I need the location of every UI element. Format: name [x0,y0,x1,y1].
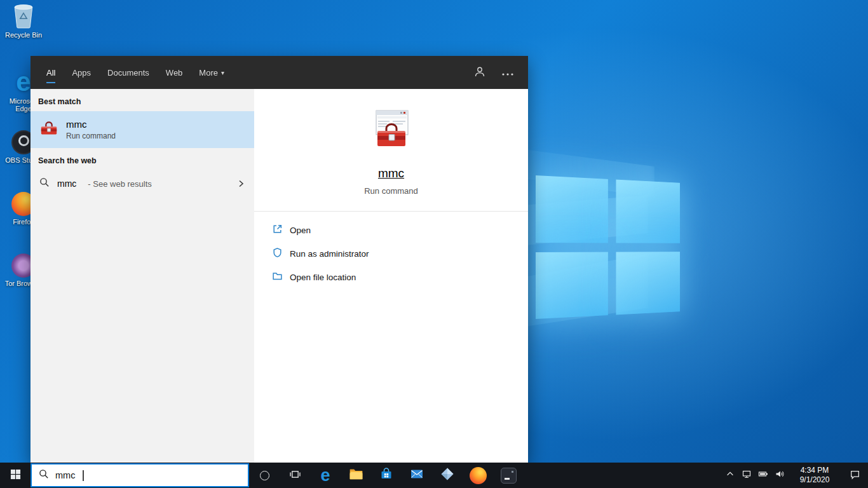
tab-apps[interactable]: Apps [64,56,99,89]
taskbar-firefox-button[interactable] [463,463,493,488]
more-options-button[interactable] [498,62,518,83]
action-open-file-location[interactable]: Open file location [272,271,528,283]
folder-icon [272,271,283,283]
cortana-icon [260,471,269,480]
app-icon [440,466,455,484]
edge-icon: e [16,69,31,95]
action-open[interactable]: Open [272,224,528,236]
desktop-icon-recycle-bin[interactable]: Recycle Bin [3,3,44,39]
search-input[interactable] [55,470,76,480]
taskbar-edge-button[interactable]: e [310,463,341,488]
search-tab-bar: All Apps Documents Web More ▾ [31,56,528,89]
cortana-button[interactable] [249,463,280,488]
search-icon [39,177,50,190]
recycle-bin-icon [11,3,36,29]
task-view-icon [290,469,301,482]
tray-overflow-button[interactable] [722,463,738,488]
best-match-subtitle: Run command [66,132,116,140]
desktop-icon-label: Recycle Bin [5,31,42,39]
best-match-title: mmc [66,119,116,130]
taskbar: e [0,463,868,488]
windows-logo-pane [536,252,607,319]
action-run-as-admin[interactable]: Run as administrator [272,247,528,260]
search-results-column: Best match mmc Run command Search the [31,89,254,463]
shield-icon [272,247,283,260]
preview-title: mmc [378,166,404,180]
text-cursor [83,470,84,481]
system-tray: 4:34 PM 9/1/2020 [722,463,868,488]
chevron-up-icon [726,470,735,481]
firefox-icon [470,467,487,484]
action-center-icon [850,469,860,482]
edge-icon: e [320,467,330,484]
mmc-toolbox-icon [39,119,58,140]
taskbar-mail-button[interactable] [402,463,432,488]
best-match-header: Best match [31,89,254,111]
chevron-right-icon [236,179,245,188]
task-view-button[interactable] [280,463,310,488]
person-icon [473,65,486,80]
volume-icon [775,469,785,482]
search-icon [39,469,49,482]
taskbar-file-explorer-button[interactable] [341,463,371,488]
windows-logo-pane [616,180,680,243]
volume-tray-button[interactable] [771,463,788,488]
battery-tray-button[interactable] [755,463,771,488]
tab-web[interactable]: Web [158,56,191,89]
taskbar-search-box[interactable] [31,463,249,487]
action-center-button[interactable] [841,463,868,488]
web-search-result[interactable]: mmc - See web results [31,170,254,197]
account-button[interactable] [470,62,490,83]
windows-logo-pane [616,252,680,315]
microsoft-store-icon [379,466,394,484]
ellipsis-icon [502,68,513,78]
taskbar-clock[interactable]: 4:34 PM 9/1/2020 [792,466,837,485]
taskbar-store-button[interactable] [371,463,402,488]
preview-subtitle: Run command [364,186,418,196]
chevron-down-icon: ▾ [221,69,224,76]
network-tray-button[interactable] [738,463,755,488]
mail-icon [409,466,424,484]
battery-icon [758,469,768,482]
mmc-icon-large [367,107,416,158]
windows-start-icon [10,469,21,482]
clock-date: 9/1/2020 [792,475,837,485]
windows-logo-pane [536,175,607,243]
clock-time: 4:34 PM [792,466,837,475]
taskbar-terminal-button[interactable] [493,463,524,488]
command-prompt-icon [501,468,517,484]
windows-logo [536,175,680,319]
search-flyout: All Apps Documents Web More ▾ [31,56,528,463]
preview-pane: mmc Run command Open [254,89,528,463]
tab-all[interactable]: All [38,56,64,89]
network-icon [742,469,752,482]
web-search-suffix: - See web results [88,179,151,189]
tab-more[interactable]: More ▾ [191,56,233,89]
best-match-result[interactable]: mmc Run command [31,111,254,148]
start-button[interactable] [0,463,31,488]
tab-documents[interactable]: Documents [99,56,158,89]
file-explorer-icon [348,466,364,485]
search-web-header: Search the web [31,148,254,170]
taskbar-app-button[interactable] [432,463,463,488]
web-search-query: mmc [57,179,76,189]
open-icon [272,224,283,236]
